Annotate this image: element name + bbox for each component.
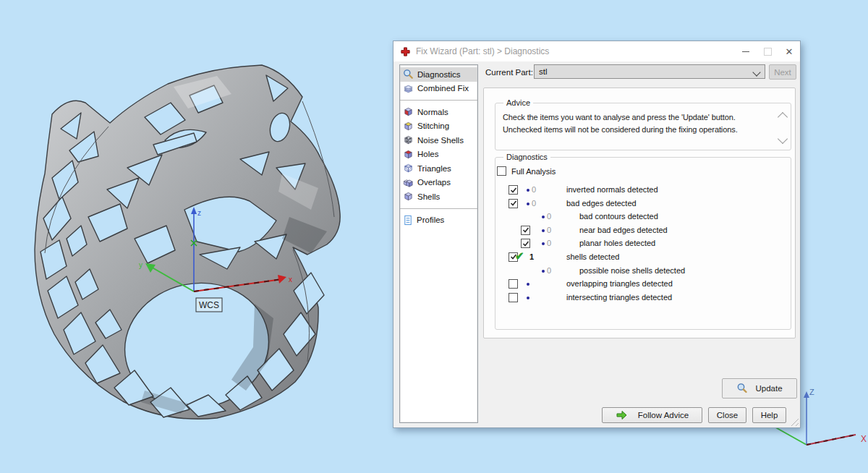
y-axis-label: y bbox=[139, 261, 142, 269]
diagnostics-group-title: Diagnostics bbox=[503, 153, 550, 161]
checkbox-unchecked[interactable] bbox=[509, 279, 518, 289]
checkbox-checked[interactable] bbox=[521, 226, 530, 235]
sidebar-item-label: Stitching bbox=[417, 122, 449, 130]
sidebar-item-normals[interactable]: Normals bbox=[400, 105, 477, 119]
bullet-icon bbox=[542, 270, 545, 273]
close-button[interactable]: Close bbox=[708, 407, 746, 423]
sidebar-item-label: Combined Fix bbox=[417, 84, 469, 93]
checkbox-unchecked[interactable] bbox=[509, 293, 518, 302]
checkbox-checked[interactable] bbox=[509, 199, 518, 208]
bullet-icon bbox=[542, 242, 545, 245]
current-part-value: stl bbox=[539, 67, 548, 76]
bullet-icon bbox=[527, 283, 529, 286]
sidebar-item-label: Profiles bbox=[417, 216, 444, 224]
sidebar-item-triangles[interactable]: Triangles bbox=[400, 161, 477, 176]
sidebar-item-label: Shells bbox=[417, 192, 440, 201]
sidebar-item-shells[interactable]: Shells bbox=[400, 189, 477, 204]
sidebar-item-diagnostics[interactable]: Diagnostics bbox=[400, 67, 477, 82]
diagnostic-row: ✔ 1 shells detected bbox=[495, 252, 791, 265]
corner-z-label: Z bbox=[809, 388, 814, 396]
sidebar-item-stitching[interactable]: Stitching bbox=[400, 119, 477, 134]
diagnostics-group: Diagnostics Full Analysis 0 inverted nor… bbox=[495, 157, 791, 330]
sidebar-item-profiles[interactable]: Profiles bbox=[400, 213, 477, 228]
wcs-label: WCS bbox=[199, 300, 219, 310]
panther-ring-model bbox=[35, 65, 340, 422]
sidebar-divider bbox=[400, 100, 477, 101]
maximize-icon[interactable] bbox=[757, 42, 778, 61]
wizard-sidebar: Diagnostics Combined Fix Normals St bbox=[399, 64, 478, 423]
x-axis-label: x bbox=[289, 276, 292, 284]
checkbox-checked[interactable] bbox=[509, 185, 518, 195]
minimize-icon[interactable] bbox=[735, 42, 757, 61]
follow-advice-button[interactable]: Follow Advice bbox=[602, 407, 702, 423]
follow-advice-label: Follow Advice bbox=[638, 411, 689, 419]
green-arrow-icon bbox=[616, 409, 628, 421]
scroll-up-icon[interactable] bbox=[778, 112, 788, 122]
z-axis-label: z bbox=[197, 209, 201, 217]
close-icon[interactable]: ✕ bbox=[778, 42, 800, 61]
diagnostic-row: 0 bad edges detected bbox=[495, 198, 791, 212]
cube-plain-icon bbox=[403, 191, 414, 202]
count: 0 bbox=[547, 266, 551, 275]
count: 0 bbox=[532, 185, 536, 194]
bullet-icon bbox=[527, 203, 529, 205]
row-label: bad edges detected bbox=[566, 199, 637, 208]
cube-wireframe-icon bbox=[403, 163, 414, 174]
magnifier-icon bbox=[736, 383, 748, 394]
window-title: Fix Wizard (Part: stl) > Diagnostics bbox=[416, 46, 735, 56]
row-label: bad contours detected bbox=[579, 212, 658, 221]
full-analysis-checkbox[interactable] bbox=[497, 166, 506, 176]
cube-red-top-icon bbox=[403, 149, 414, 160]
row-label: shells detected bbox=[566, 252, 619, 261]
row-label: inverted normals detected bbox=[566, 185, 658, 194]
row-label: planar holes detected bbox=[579, 239, 655, 247]
update-button-label: Update bbox=[755, 384, 782, 393]
sidebar-item-label: Noise Shells bbox=[417, 136, 464, 145]
cube-red-side-icon bbox=[403, 106, 414, 117]
current-part-combobox[interactable]: stl bbox=[534, 64, 765, 79]
diagnostic-row: 0 inverted normals detected bbox=[495, 184, 791, 198]
red-cross-icon bbox=[400, 46, 411, 57]
titlebar[interactable]: Fix Wizard (Part: stl) > Diagnostics ✕ bbox=[393, 41, 800, 62]
cube-yellow-top-icon bbox=[403, 121, 414, 132]
sidebar-item-label: Normals bbox=[417, 108, 448, 116]
sidebar-item-holes[interactable]: Holes bbox=[400, 148, 477, 162]
bullet-icon bbox=[527, 297, 529, 299]
count: 0 bbox=[547, 226, 551, 234]
count: 0 bbox=[547, 239, 551, 247]
count: 1 bbox=[529, 252, 534, 261]
document-icon bbox=[403, 215, 413, 226]
advice-group-title: Advice bbox=[503, 98, 533, 107]
bullet-icon bbox=[527, 189, 529, 192]
checkbox-checked[interactable] bbox=[521, 239, 530, 248]
current-part-label: Current Part: bbox=[485, 68, 533, 77]
chevron-down-icon bbox=[752, 68, 760, 76]
diagnostic-rows: 0 inverted normals detected 0 bad edges … bbox=[495, 184, 791, 305]
row-label: possible noise shells detected bbox=[579, 266, 685, 275]
advice-text: Check the items you want to analyse and … bbox=[503, 111, 772, 135]
count: 0 bbox=[532, 199, 536, 208]
help-button[interactable]: Help bbox=[752, 407, 786, 423]
sidebar-item-combined-fix[interactable]: Combined Fix bbox=[400, 82, 477, 96]
resize-grip[interactable] bbox=[789, 417, 799, 426]
magnifier-icon bbox=[403, 69, 414, 80]
green-check-icon: ✔ bbox=[515, 250, 524, 263]
cube-overlap-icon bbox=[403, 177, 414, 188]
next-button[interactable]: Next bbox=[769, 64, 796, 80]
fix-wizard-dialog: Fix Wizard (Part: stl) > Diagnostics ✕ D… bbox=[393, 41, 801, 428]
corner-x-label: X bbox=[861, 434, 867, 444]
diagnostic-row: 0 bad contours detected bbox=[495, 211, 791, 225]
row-label: intersecting triangles detected bbox=[566, 293, 672, 302]
sidebar-item-noise-shells[interactable]: Noise Shells bbox=[400, 133, 477, 148]
scroll-down-icon[interactable] bbox=[778, 134, 788, 144]
update-button[interactable]: Update bbox=[722, 378, 797, 399]
sidebar-item-overlaps[interactable]: Overlaps bbox=[400, 176, 477, 190]
stacked-layers-icon bbox=[403, 83, 414, 94]
diagnostic-row: 0 near bad edges detected bbox=[495, 225, 791, 239]
cube-speckled-icon bbox=[403, 135, 414, 145]
sidebar-item-label: Holes bbox=[417, 150, 438, 158]
diagnostic-row: overlapping triangles detected bbox=[495, 278, 791, 292]
bullet-icon bbox=[542, 216, 545, 218]
diagnostic-row: 0 planar holes detected bbox=[495, 238, 791, 252]
diagnostic-row: intersecting triangles detected bbox=[495, 292, 791, 306]
